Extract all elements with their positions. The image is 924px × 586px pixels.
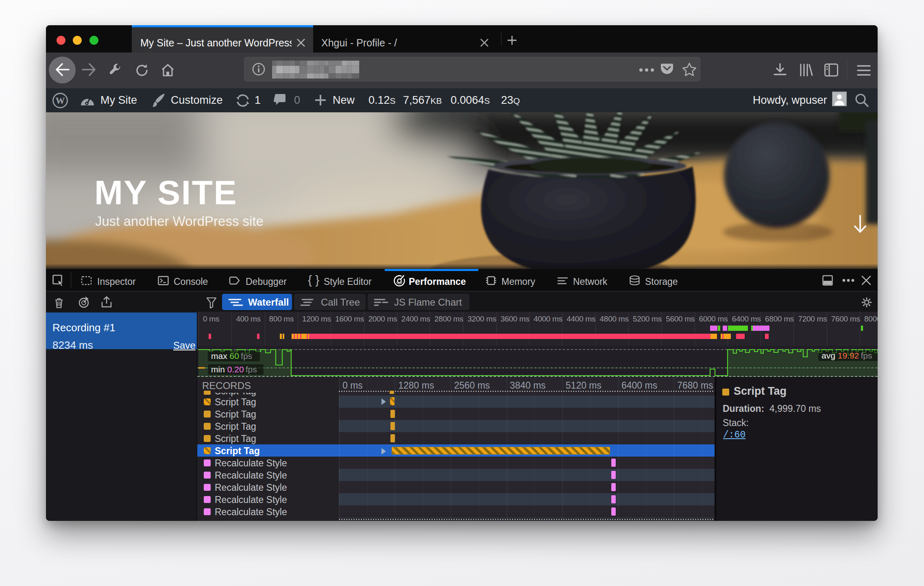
svg-text:{ }: { } xyxy=(308,273,319,286)
svg-text:W: W xyxy=(56,96,65,106)
